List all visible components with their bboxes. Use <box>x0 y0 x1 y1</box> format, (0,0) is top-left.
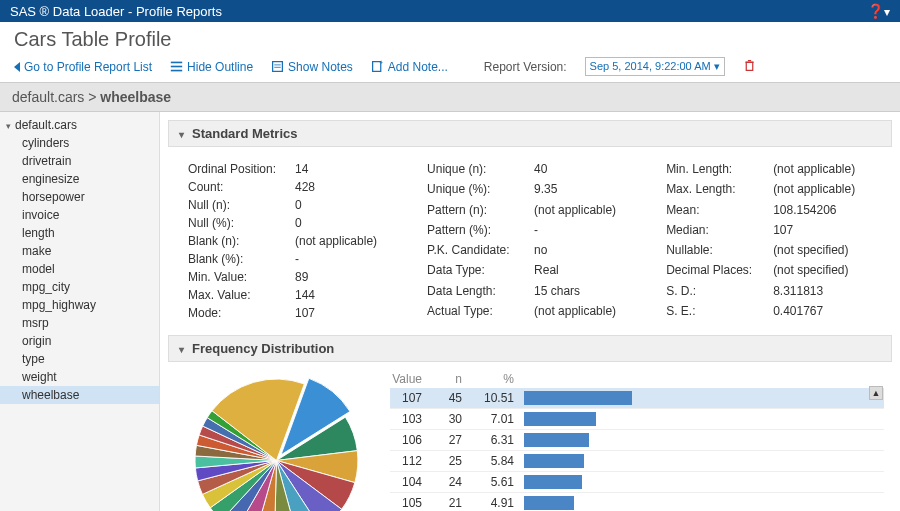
freq-pct: 6.31 <box>472 433 524 447</box>
sidebar-item-mpg_city[interactable]: mpg_city <box>0 278 159 296</box>
svg-text:+: + <box>379 60 383 66</box>
metric-row: Nullable:(not specified) <box>666 242 861 260</box>
metric-row: Blank (n):(not applicable) <box>188 233 383 249</box>
crumb-leaf: wheelbase <box>100 89 171 105</box>
freq-n: 24 <box>432 475 472 489</box>
metric-row: Ordinal Position:14 <box>188 161 383 177</box>
toolbar: Go to Profile Report List Hide Outline S… <box>14 57 886 76</box>
version-label: Report Version: <box>484 60 567 74</box>
app-header: SAS ® Data Loader - Profile Reports ❓▾ <box>0 0 900 22</box>
freq-row[interactable]: 112255.84 <box>390 451 884 472</box>
freq-scroll: ▲ ▼ <box>868 386 884 511</box>
metric-row: Pattern (n):(not applicable) <box>427 202 622 220</box>
sidebar-item-weight[interactable]: weight <box>0 368 159 386</box>
freq-pct: 10.51 <box>472 391 524 405</box>
freq-value: 112 <box>390 454 432 468</box>
notes-icon <box>271 60 284 73</box>
sidebar-item-origin[interactable]: origin <box>0 332 159 350</box>
svg-rect-8 <box>746 62 753 70</box>
freq-n: 21 <box>432 496 472 510</box>
sidebar-item-horsepower[interactable]: horsepower <box>0 188 159 206</box>
metric-row: Blank (%):- <box>188 251 383 267</box>
freq-pct: 5.84 <box>472 454 524 468</box>
svg-rect-1 <box>171 66 182 68</box>
sidebar-item-type[interactable]: type <box>0 350 159 368</box>
version-dropdown[interactable]: Sep 5, 2014, 9:22:00 AM ▾ <box>585 57 725 76</box>
sidebar-item-wheelbase[interactable]: wheelbase <box>0 386 159 404</box>
metric-row: Max. Length:(not applicable) <box>666 181 861 199</box>
metric-row: Data Type:Real <box>427 262 622 280</box>
freq-value: 107 <box>390 391 432 405</box>
sidebar-item-drivetrain[interactable]: drivetrain <box>0 152 159 170</box>
freq-panel-header[interactable]: Frequency Distribution <box>168 335 892 362</box>
main: default.cars cylindersdrivetrainenginesi… <box>0 112 900 511</box>
show-notes-button[interactable]: Show Notes <box>271 60 353 74</box>
freq-bar <box>524 391 884 405</box>
freq-row[interactable]: 106276.31 <box>390 430 884 451</box>
freq-pct: 5.61 <box>472 475 524 489</box>
add-note-button[interactable]: + Add Note... <box>371 60 448 74</box>
freq-bar <box>524 496 884 510</box>
back-label: Go to Profile Report List <box>24 60 152 74</box>
metrics-panel: Ordinal Position:14Count:428Null (n):0Nu… <box>160 147 892 335</box>
metric-row: Median:107 <box>666 222 861 240</box>
freq-head-pct: % <box>472 372 524 386</box>
metric-row: Unique (n):40 <box>427 161 622 179</box>
svg-rect-2 <box>171 70 182 72</box>
freq-head-n: n <box>432 372 472 386</box>
crumb-root[interactable]: default.cars <box>12 89 84 105</box>
metrics-col1: Ordinal Position:14Count:428Null (n):0Nu… <box>186 159 385 323</box>
add-note-icon: + <box>371 60 384 73</box>
freq-panel: Value n % 1074510.51103307.01106276.3111… <box>160 362 892 511</box>
freq-n: 45 <box>432 391 472 405</box>
hide-outline-button[interactable]: Hide Outline <box>170 60 253 74</box>
sidebar-item-invoice[interactable]: invoice <box>0 206 159 224</box>
sidebar-item-msrp[interactable]: msrp <box>0 314 159 332</box>
metric-row: Min. Length:(not applicable) <box>666 161 861 179</box>
outline-icon <box>170 60 183 73</box>
metric-row: Unique (%):9.35 <box>427 181 622 199</box>
freq-bar <box>524 412 884 426</box>
scroll-up-icon[interactable]: ▲ <box>869 386 883 400</box>
svg-rect-0 <box>171 62 182 64</box>
metric-row: Data Length:15 chars <box>427 283 622 301</box>
freq-row[interactable]: 1074510.51 <box>390 388 884 409</box>
help-icon[interactable]: ❓▾ <box>867 3 890 19</box>
freq-row[interactable]: 103307.01 <box>390 409 884 430</box>
app-title: SAS ® Data Loader - Profile Reports <box>10 4 222 19</box>
metric-row: Actual Type:(not applicable) <box>427 303 622 321</box>
delete-icon[interactable] <box>743 59 756 75</box>
add-note-label: Add Note... <box>388 60 448 74</box>
freq-value: 106 <box>390 433 432 447</box>
sidebar-item-enginesize[interactable]: enginesize <box>0 170 159 188</box>
freq-n: 25 <box>432 454 472 468</box>
back-link[interactable]: Go to Profile Report List <box>14 60 152 74</box>
sidebar-item-mpg_highway[interactable]: mpg_highway <box>0 296 159 314</box>
metric-row: Mode:107 <box>188 305 383 321</box>
freq-value: 105 <box>390 496 432 510</box>
freq-n: 30 <box>432 412 472 426</box>
back-arrow-icon <box>14 62 20 72</box>
metric-row: S. D.:8.311813 <box>666 283 861 301</box>
sidebar-item-length[interactable]: length <box>0 224 159 242</box>
metric-row: Max. Value:144 <box>188 287 383 303</box>
freq-row[interactable]: 104245.61 <box>390 472 884 493</box>
hide-outline-label: Hide Outline <box>187 60 253 74</box>
metric-row: S. E.:0.401767 <box>666 303 861 321</box>
freq-head-value: Value <box>390 372 432 386</box>
page-title: Cars Table Profile <box>14 28 886 51</box>
freq-table: Value n % 1074510.51103307.01106276.3111… <box>390 370 884 511</box>
sidebar-item-cylinders[interactable]: cylinders <box>0 134 159 152</box>
freq-row[interactable]: 105214.91 <box>390 493 884 511</box>
metrics-col3: Min. Length:(not applicable)Max. Length:… <box>664 159 863 323</box>
freq-bar <box>524 433 884 447</box>
freq-bar <box>524 454 884 468</box>
tree-root[interactable]: default.cars <box>0 116 159 134</box>
metrics-panel-header[interactable]: Standard Metrics <box>168 120 892 147</box>
show-notes-label: Show Notes <box>288 60 353 74</box>
sidebar-item-make[interactable]: make <box>0 242 159 260</box>
metric-row: Decimal Places:(not specified) <box>666 262 861 280</box>
freq-value: 104 <box>390 475 432 489</box>
sidebar-item-model[interactable]: model <box>0 260 159 278</box>
sidebar: default.cars cylindersdrivetrainenginesi… <box>0 112 160 511</box>
